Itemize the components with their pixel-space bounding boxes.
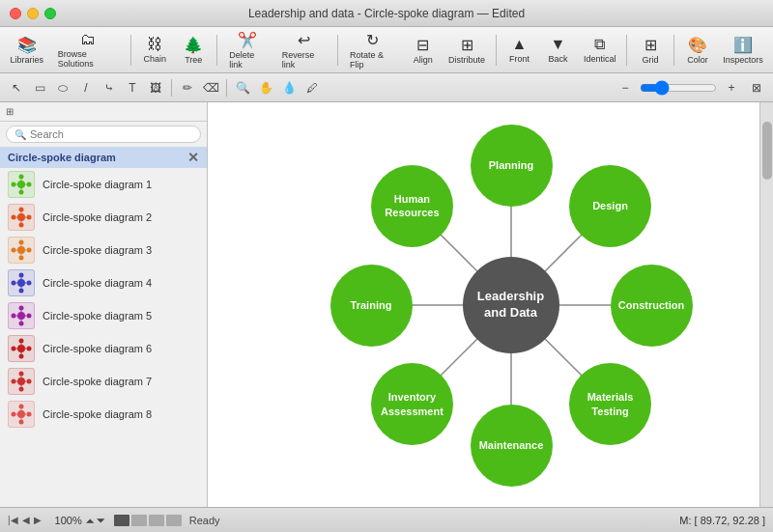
svg-point-49 [27,347,32,351]
zoom-in-button[interactable]: + [721,77,742,98]
svg-point-2 [19,190,24,195]
line-tool[interactable]: / [75,77,97,98]
ready-status: Ready [189,515,220,526]
browse-solutions-button[interactable]: 🗂 Browse Solutions [52,29,126,70]
maximize-button[interactable] [44,8,56,19]
inspectors-button[interactable]: ℹ️ Inspectors [719,34,767,67]
list-item[interactable]: Circle-spoke diagram 8 [0,398,207,431]
svg-point-38 [19,322,24,326]
coordinates: M: [ 89.72, 92.28 ] [679,515,765,526]
grid-icon: ⊞ [644,36,657,54]
svg-point-22 [27,248,32,253]
sidebar-label: ⊞ [6,106,14,117]
center-circle[interactable]: Leadershipand Data [463,257,559,353]
spoke-circle[interactable]: Construction [611,265,693,347]
canvas[interactable]: Leadershipand Data PlanningDesignConstru… [208,102,773,507]
svg-point-9 [17,213,25,221]
vertical-scrollbar[interactable] [759,102,773,507]
nav-start-button[interactable]: |◀ [8,515,18,525]
page-btn-3[interactable] [149,515,164,526]
reverse-link-icon: ↩ [298,31,310,49]
diagram-thumb [8,401,35,428]
spoke-circle[interactable]: Training [330,265,413,347]
rotate-flip-button[interactable]: ↻ Rotate & Flip [344,29,402,71]
svg-point-48 [12,347,16,351]
reverse-link-button[interactable]: ↩ Reverse link [276,29,331,71]
back-button[interactable]: ▼ Back [540,34,575,66]
image-tool[interactable]: 🖼 [145,77,166,98]
list-item[interactable]: Circle-spoke diagram 5 [0,299,207,332]
category-header[interactable]: Circle-spoke diagram ✕ [0,147,207,168]
diagram-label: Circle-spoke diagram 8 [43,408,152,420]
diagram-thumb [8,171,35,198]
page-btn-1[interactable] [114,515,129,526]
pencil-tool[interactable]: ✏ [177,77,198,98]
chain-button[interactable]: ⛓ Chain [137,34,172,66]
svg-point-56 [19,387,24,392]
page-buttons [114,515,182,526]
libraries-button[interactable]: 📚 Libraries [6,34,48,67]
eraser-tool[interactable]: ⌫ [200,77,221,98]
list-item[interactable]: Circle-spoke diagram 1 [0,168,207,201]
pointer-tool[interactable]: ↖ [6,77,27,98]
spoke-circle[interactable]: Planning [471,125,553,207]
list-item[interactable]: Circle-spoke diagram 3 [0,234,207,266]
svg-point-36 [17,312,25,320]
search-input[interactable] [30,128,192,140]
page-btn-4[interactable] [166,515,182,526]
list-item[interactable]: Circle-spoke diagram 2 [0,201,207,234]
list-item[interactable]: Circle-spoke diagram 6 [0,332,207,365]
svg-point-57 [12,379,16,384]
spoke-circle[interactable]: InventoryAssessment [371,363,453,445]
svg-point-11 [19,223,24,228]
svg-point-27 [17,279,25,287]
toolbar-separator [130,35,131,66]
zoom-fit-button[interactable]: ⊠ [746,77,767,98]
align-button[interactable]: ⊟ Align [406,34,441,67]
nav-controls: |◀ ◀ ▶ [8,515,42,525]
secondary-toolbar: ↖ ▭ ⬭ / ⤷ T 🖼 ✏ ⌫ 🔍 ✋ 💧 🖊 − + ⊠ [0,73,773,102]
diagram-label: Circle-spoke diagram 1 [43,179,152,190]
nav-next-button[interactable]: ▶ [34,515,42,525]
front-button[interactable]: ▲ Front [501,34,536,66]
eyedropper-tool[interactable]: 💧 [278,77,300,98]
grid-button[interactable]: ⊞ Grid [633,34,668,67]
spoke-circle[interactable]: Maintenance [471,405,553,487]
diagram-label: Circle-spoke diagram 2 [43,211,152,223]
svg-point-45 [17,345,25,352]
category-close-icon[interactable]: ✕ [187,150,199,165]
list-item[interactable]: Circle-spoke diagram 4 [0,266,207,299]
nav-prev-button[interactable]: ◀ [22,515,30,525]
diagram-thumb [8,237,35,264]
ellipse-tool[interactable]: ⬭ [52,77,73,98]
zoom-controls: − + ⊠ [615,77,767,98]
spoke-circle[interactable]: Design [569,165,651,247]
zoom-in-tool[interactable]: 🔍 [232,77,253,98]
distribute-button[interactable]: ⊞ Distribute [444,34,490,67]
close-button[interactable] [10,8,21,19]
zoom-out-button[interactable]: − [615,77,636,98]
list-item[interactable]: Circle-spoke diagram 7 [0,365,207,398]
tb2-sep-1 [171,79,172,97]
front-icon: ▲ [512,36,528,53]
delete-link-button[interactable]: ✂️ Delete link [223,29,272,71]
svg-point-64 [19,405,24,409]
search-box[interactable]: 🔍 [6,126,201,143]
zoom-slider[interactable] [640,80,717,96]
minimize-button[interactable] [27,8,39,19]
color-button[interactable]: 🎨 Color [680,34,715,67]
rect-tool[interactable]: ▭ [29,77,50,98]
toolbar-separator-2 [216,35,217,66]
svg-point-63 [17,410,25,418]
connect-tool[interactable]: ⤷ [99,77,120,98]
identical-button[interactable]: ⧉ Identical [579,34,620,66]
spoke-circle[interactable]: MaterialsTesting [569,363,651,445]
text-tool[interactable]: T [122,77,143,98]
scrollbar-thumb[interactable] [762,122,772,180]
svg-point-0 [17,181,25,188]
pen-tool[interactable]: 🖊 [301,77,323,98]
tree-button[interactable]: 🌲 Tree [176,34,211,67]
page-btn-2[interactable] [131,515,147,526]
pan-tool[interactable]: ✋ [255,77,276,98]
diagram-list: Circle-spoke diagram 1 Circle-spoke diag… [0,168,207,507]
